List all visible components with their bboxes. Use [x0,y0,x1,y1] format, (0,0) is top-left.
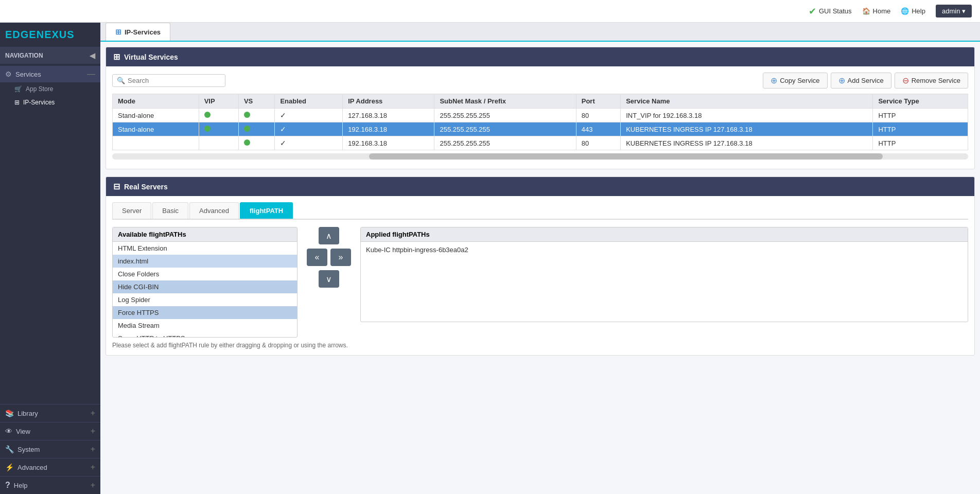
add-service-label: Add Service [848,77,884,84]
ip-services-label: IP-Services [23,99,55,106]
list-item[interactable]: Log Spider [113,293,297,306]
sidebar-item-system[interactable]: 🔧 System + [0,440,100,458]
system-label: System [18,446,87,453]
app-store-label: App Store [26,85,53,93]
col-ip: IP Address [343,94,434,109]
system-icon: 🔧 [5,445,14,453]
tab-flightpath[interactable]: flightPATH [240,202,293,219]
search-icon: 🔍 [117,77,125,84]
btn-group: ⊕ Copy Service ⊕ Add Service ⊖ Remove Se… [763,73,968,89]
table-row[interactable]: Stand-alone ✓ 127.168.3.18 255.255.255.2… [113,109,968,122]
help-link[interactable]: 🌐 Help [901,7,925,15]
nav-collapse-button[interactable]: ◀ [90,51,95,60]
list-item[interactable]: Close Folders [113,268,297,280]
logo-part1: EDGE [5,29,37,40]
arrow-down-icon: ∨ [326,274,332,284]
sidebar-item-ip-services[interactable]: ⊞ IP-Services [0,96,100,109]
col-subnet: SubNet Mask / Prefix [434,94,576,109]
help-expand-icon[interactable]: + [91,481,95,490]
gui-status[interactable]: ✔ GUI Status [809,6,852,17]
list-item[interactable]: Media Stream [113,319,297,332]
home-link[interactable]: 🏠 Home [862,7,891,15]
real-servers-header: ⊟ Real Servers [106,177,974,196]
sidebar-item-advanced[interactable]: ⚡ Advanced + [0,458,100,476]
sidebar-item-view[interactable]: 👁 View + [0,422,100,440]
virtual-services-icon: ⊞ [113,52,120,62]
advanced-expand-icon[interactable]: + [91,463,95,472]
cell-vs [238,109,275,122]
admin-button[interactable]: admin ▾ [936,5,972,17]
arrow-left-icon: « [315,253,320,262]
real-servers-section: ⊟ Real Servers Server Basic Advanced [106,177,975,356]
arrow-right-button[interactable]: » [330,249,351,266]
col-vip: VIP [199,94,238,109]
scrollbar[interactable] [112,153,968,160]
system-expand-icon[interactable]: + [91,445,95,454]
col-port: Port [576,94,620,109]
sidebar-item-app-store[interactable]: 🛒 App Store [0,82,100,96]
tab-server[interactable]: Server [112,202,151,219]
available-list: HTML Extension index.html Close Folders … [113,242,297,337]
list-item[interactable]: Force HTTPS [113,306,297,319]
tab-basic[interactable]: Basic [152,202,188,219]
available-panel-header: Available flightPATHs [113,227,297,242]
remove-service-button[interactable]: ⊖ Remove Service [895,73,968,89]
arrow-up-button[interactable]: ∧ [319,227,339,244]
view-expand-icon[interactable]: + [91,427,95,436]
table-row[interactable]: ✓ 192.168.3.18 255.255.255.255 80 KUBERN… [113,136,968,150]
help-sidebar-icon: ? [5,481,10,490]
sidebar-item-services[interactable]: ⚙ Services — [0,66,100,82]
cell-ip: 192.168.3.18 [343,122,434,136]
logo: EDGENEXUS [0,23,100,47]
table-row[interactable]: Stand-alone ✓ 192.168.3.18 255.255.255.2… [113,122,968,136]
sidebar-item-library[interactable]: 📚 Library + [0,404,100,422]
content-area: ⊞ Virtual Services 🔍 ⊕ Copy Service [100,42,980,494]
cell-service-type: HTTP [873,109,968,122]
cell-subnet: 255.255.255.255 [434,109,576,122]
applied-panel-header: Applied flightPATHs [361,227,968,242]
cell-vs [238,122,275,136]
search-input[interactable] [128,77,221,84]
applied-panel: Applied flightPATHs Kube-IC httpbin-ingr… [360,227,968,322]
search-box[interactable]: 🔍 [112,74,225,87]
copy-service-button[interactable]: ⊕ Copy Service [763,73,827,89]
vs-green-dot [244,112,250,118]
list-item[interactable]: HTML Extension [113,242,297,255]
flightpath-layout: Available flightPATHs HTML Extension ind… [112,227,968,338]
list-item[interactable]: index.html [113,255,297,268]
cell-enabled: ✓ [275,109,343,122]
cell-mode: Stand-alone [113,109,199,122]
sidebar-bottom: 📚 Library + 👁 View + 🔧 System + ⚡ Advanc… [0,404,100,494]
tab-advanced[interactable]: Advanced [189,202,239,219]
ip-services-icon: ⊞ [14,99,20,106]
cell-enabled: ✓ [275,136,343,150]
cell-vip [199,109,238,122]
cell-service-name: KUBERNETES INGRESS IP 127.168.3.18 [621,136,873,150]
sidebar-item-help[interactable]: ? Help + [0,476,100,494]
advanced-label: Advanced [18,464,87,471]
arrow-left-button[interactable]: « [307,249,327,266]
add-service-button[interactable]: ⊕ Add Service [831,73,891,89]
list-item[interactable]: Swap HTTP to HTTPS [113,332,297,337]
topbar: ✔ GUI Status 🏠 Home 🌐 Help admin ▾ [0,0,980,23]
applied-header-label: Applied flightPATHs [366,231,430,238]
virtual-services-table: Mode VIP VS Enabled IP Address SubNet Ma… [112,94,968,150]
tab-ip-services-label: IP-Services [125,28,161,36]
cell-vip [199,122,238,136]
list-item[interactable]: Hide CGI-BIN [113,280,297,293]
services-toggle-icon[interactable]: — [87,69,95,79]
applied-content: Kube-IC httpbin-ingress-6b3ea0a2 [361,242,968,258]
scrollbar-thumb[interactable] [369,153,883,160]
arrow-down-button[interactable]: ∨ [319,270,339,288]
cell-mode: Stand-alone [113,122,199,136]
virtual-services-section: ⊞ Virtual Services 🔍 ⊕ Copy Service [106,47,975,169]
cell-service-type: HTTP [873,122,968,136]
library-expand-icon[interactable]: + [91,409,95,418]
cell-port: 443 [576,122,620,136]
tab-ip-services[interactable]: ⊞ IP-Services [106,23,170,41]
help-icon: 🌐 [901,7,909,15]
col-service-type: Service Type [873,94,968,109]
applied-item: Kube-IC httpbin-ingress-6b3ea0a2 [366,246,468,254]
cell-subnet: 255.255.255.255 [434,122,576,136]
admin-label: admin ▾ [942,7,966,15]
